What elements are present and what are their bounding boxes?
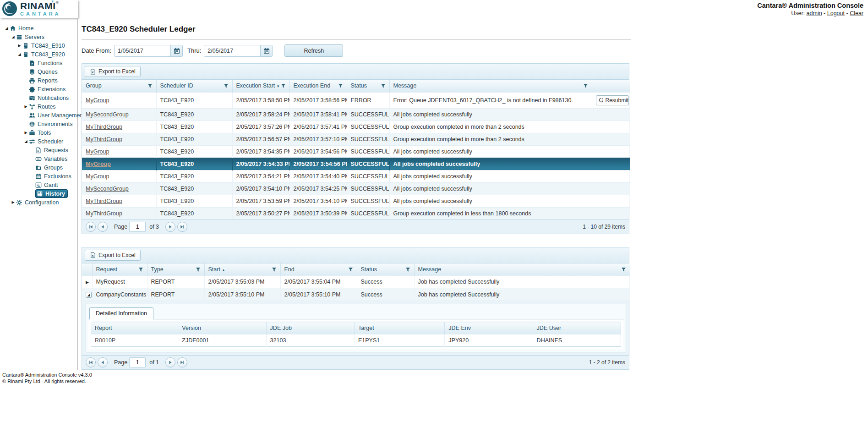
database-icon	[29, 69, 37, 75]
execution-end-cell: 2/05/2017 3:54:56 PM	[289, 158, 347, 170]
table-row[interactable]: MyThirdGroup TC843_E920 2/05/2017 3:56:5…	[82, 133, 630, 145]
sidebar-item-environments[interactable]: Environments	[3, 120, 77, 128]
sidebar-item-queries[interactable]: Queries	[3, 67, 77, 76]
date-from-input[interactable]	[115, 45, 170, 56]
expander-open-icon[interactable]: ◢	[16, 52, 22, 56]
last-page-button[interactable]	[177, 222, 187, 232]
sidebar-item-extensions[interactable]: Extensions	[3, 85, 77, 93]
collapse-row-icon[interactable]: ◢	[86, 292, 92, 298]
scheduler-id-cell: TC843_E920	[156, 133, 232, 145]
filter-icon	[338, 83, 343, 88]
column-header-end[interactable]: End	[280, 263, 357, 276]
column-header-execution-start[interactable]: Execution Start▼	[232, 80, 289, 92]
previous-page-button[interactable]	[98, 222, 108, 232]
group-link[interactable]: MyThirdGroup	[86, 136, 122, 143]
expander-open-icon[interactable]: ◢	[4, 26, 10, 30]
group-link[interactable]: MyThirdGroup	[86, 210, 122, 217]
group-link[interactable]: MyGroup	[86, 161, 111, 167]
sidebar-item-user-management[interactable]: User Management	[3, 111, 77, 120]
selected-item-highlight[interactable]: History	[35, 189, 68, 198]
column-header-request[interactable]: Request	[92, 263, 147, 276]
sidebar-item-servers[interactable]: ◢ Servers	[3, 33, 77, 41]
tab-detailed-information[interactable]: Detailed Information	[89, 307, 153, 319]
export-to-excel-button[interactable]: x Export to Excel	[85, 66, 141, 77]
table-row[interactable]: MyGroup TC843_E920 2/05/2017 3:54:21 PM …	[82, 170, 630, 182]
report-link[interactable]: R0010P	[95, 337, 115, 344]
group-link[interactable]: MySecondGroup	[86, 186, 129, 192]
sidebar-item-label: History	[44, 191, 65, 197]
sidebar-item-scheduler[interactable]: ◢ Scheduler	[3, 137, 77, 146]
expander-open-icon[interactable]: ◢	[23, 139, 29, 143]
column-header-message[interactable]: Message	[414, 263, 630, 276]
sidebar-item-reports[interactable]: Reports	[3, 76, 77, 85]
page-number-input[interactable]	[129, 357, 146, 367]
thru-calendar-button[interactable]	[260, 45, 272, 56]
table-row[interactable]: ▶ MyRequest REPORT 2/05/2017 3:55:03 PM …	[82, 276, 630, 288]
sidebar-item-configuration[interactable]: ▶ Configuration	[3, 198, 77, 207]
table-row[interactable]: MyThirdGroup TC843_E920 2/05/2017 3:57:2…	[82, 121, 630, 133]
expander-closed-icon[interactable]: ▶	[16, 44, 22, 48]
table-row[interactable]: ◢ CompanyConstants REPORT 2/05/2017 3:55…	[82, 288, 630, 301]
column-header-message[interactable]: Message	[389, 80, 592, 92]
sidebar-item-exclusions[interactable]: Exclusions	[3, 172, 77, 181]
column-header-group[interactable]: Group	[82, 80, 156, 92]
sidebar-item-notifications[interactable]: Notifications	[3, 93, 77, 102]
expander-open-icon[interactable]: ◢	[10, 35, 16, 39]
sidebar-item-tools[interactable]: ▶ Tools	[3, 128, 77, 137]
sidebar-item-gantt[interactable]: Gantt	[3, 181, 77, 189]
sidebar-item-home[interactable]: ◢ Home	[3, 24, 77, 33]
sidebar-item-functions[interactable]: Functions	[3, 59, 77, 67]
thru-input[interactable]	[204, 45, 260, 56]
user-name-link[interactable]: admin	[807, 10, 822, 16]
column-header-status[interactable]: Status	[347, 80, 389, 92]
first-page-button[interactable]	[86, 222, 96, 232]
table-row[interactable]: MyGroup TC843_E920 2/05/2017 3:54:35 PM …	[82, 145, 630, 158]
expand-row-icon[interactable]: ▶	[86, 280, 89, 285]
sidebar-item-tc843-e920[interactable]: ◢ TC843_E920	[3, 50, 77, 59]
expander-column-header	[82, 263, 92, 276]
sidebar-item-variables[interactable]: (x) Variables	[3, 154, 77, 163]
table-row[interactable]: MySecondGroup TC843_E920 2/05/2017 3:58:…	[82, 108, 630, 121]
sidebar-item-routes[interactable]: ▶ Routes	[3, 102, 77, 111]
group-link[interactable]: MyGroup	[86, 148, 109, 155]
export-to-excel-button[interactable]: x Export to Excel	[85, 250, 141, 261]
next-page-button[interactable]	[165, 357, 175, 367]
group-link[interactable]: MyThirdGroup	[86, 124, 122, 130]
resubmit-button[interactable]: Resubmit..	[596, 95, 629, 105]
group-link[interactable]: MyGroup	[86, 173, 109, 180]
table-row[interactable]: MySecondGroup TC843_E920 2/05/2017 3:54:…	[82, 182, 630, 195]
start-cell: 2/05/2017 3:55:03 PM	[204, 276, 280, 288]
table-row[interactable]: MyThirdGroup TC843_E920 2/05/2017 3:53:5…	[82, 195, 630, 207]
column-header-type[interactable]: Type	[147, 263, 204, 276]
column-header-execution-end[interactable]: Execution End	[289, 80, 347, 92]
logout-link[interactable]: Logout	[827, 10, 845, 16]
expander-closed-icon[interactable]: ▶	[23, 131, 29, 135]
sidebar-item-label: Extensions	[37, 86, 66, 93]
sidebar-item-history[interactable]: History	[3, 189, 77, 198]
sidebar-item-requests[interactable]: Requests	[3, 146, 77, 154]
group-link[interactable]: MySecondGroup	[86, 111, 129, 118]
previous-page-button[interactable]	[98, 357, 108, 367]
last-page-button[interactable]	[177, 357, 187, 367]
next-page-button[interactable]	[165, 222, 175, 232]
table-row[interactable]: MyGroup TC843_E920 2/05/2017 3:58:50 PM …	[82, 92, 630, 108]
page-number-input[interactable]	[129, 222, 146, 232]
thru-label: Thru:	[187, 47, 201, 54]
refresh-button[interactable]: Refresh	[284, 44, 343, 57]
table-row-selected[interactable]: MyGroup TC843_E920 2/05/2017 3:54:33 PM …	[82, 158, 630, 170]
group-link[interactable]: MyThirdGroup	[86, 198, 122, 204]
column-header-status[interactable]: Status	[357, 263, 414, 276]
clear-link[interactable]: Clear	[850, 10, 863, 16]
sidebar-item-groups[interactable]: Groups	[3, 163, 77, 172]
column-header-start[interactable]: Start▲	[204, 263, 280, 276]
sidebar-item-tc843-e910[interactable]: ▶ TC843_E910	[3, 41, 77, 50]
first-page-button[interactable]	[86, 357, 96, 367]
expander-closed-icon[interactable]: ▶	[23, 104, 29, 109]
date-from-calendar-button[interactable]	[170, 45, 182, 56]
status-cell: Success	[357, 276, 414, 288]
group-link[interactable]: MyGroup	[86, 97, 109, 104]
table-row[interactable]: MyThirdGroup TC843_E920 2/05/2017 3:50:2…	[82, 207, 630, 219]
table-row[interactable]: R0010P ZJDE0001 32103 E1PYS1 JPY920 DHAI…	[91, 334, 621, 347]
expander-closed-icon[interactable]: ▶	[10, 200, 16, 204]
column-header-scheduler-id[interactable]: Scheduler ID	[156, 80, 232, 92]
